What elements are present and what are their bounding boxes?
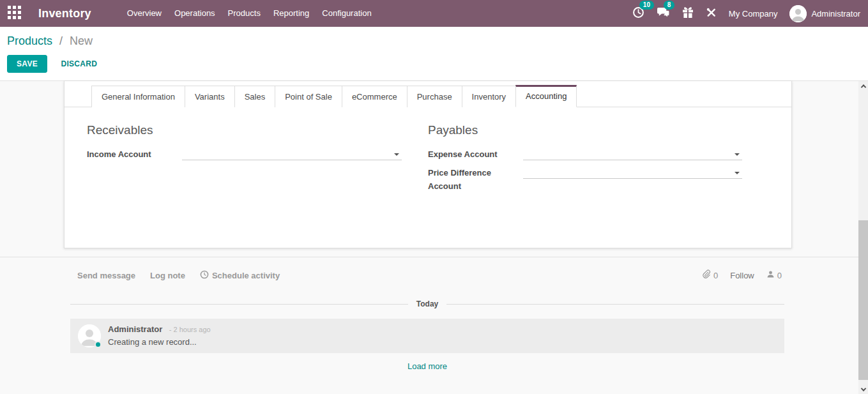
control-panel: Products / New SAVE DISCARD [0,27,868,81]
follower-count: 0 [777,271,782,280]
nav-menu-reporting[interactable]: Reporting [267,0,316,27]
price-difference-account-row: Price Difference Account [428,167,742,193]
crossed-tools-icon [706,7,717,20]
activities-count-badge: 10 [639,1,654,10]
nav-menu-operations[interactable]: Operations [168,0,222,27]
tab-general-information[interactable]: General Information [91,86,185,107]
tab-purchase[interactable]: Purchase [407,86,462,107]
nav-menu-overview[interactable]: Overview [121,0,168,27]
price-difference-account-label: Price Difference Account [428,167,523,193]
attachments-button[interactable]: 0 [701,269,718,281]
chatter: Send message Log note Schedule activity [0,257,858,371]
breadcrumb: Products / New [7,34,868,48]
vertical-scrollbar[interactable] [858,81,868,394]
scroll-down-button[interactable] [858,384,868,394]
chatter-topbar: Send message Log note Schedule activity [70,269,784,281]
person-icon [766,270,775,280]
accounting-tab-content: Receivables Income Account Payables Expe… [65,107,791,198]
scrollbar-thumb[interactable] [858,220,868,380]
message-author: Administrator [108,324,162,334]
company-switcher[interactable]: My Company [729,9,778,19]
nav-menu-products[interactable]: Products [222,0,267,27]
date-divider: Today [70,299,784,308]
app-title[interactable]: Inventory [38,7,91,20]
follow-button[interactable]: Follow [730,271,754,280]
receivables-section: Receivables Income Account [87,123,402,198]
attachment-count: 0 [713,271,718,280]
form-sheet: General Information Variants Sales Point… [64,81,792,248]
income-account-row: Income Account [87,148,402,162]
chevron-up-icon [860,84,865,89]
scroll-up-button[interactable] [858,81,868,91]
breadcrumb-current: New [70,34,93,47]
expense-account-field[interactable] [523,148,742,160]
message-timestamp: - 2 hours ago [169,326,211,333]
expense-account-label: Expense Account [428,148,523,162]
user-menu[interactable]: Administrator [789,5,860,22]
notebook-tabs: General Information Variants Sales Point… [65,81,791,107]
payables-section: Payables Expense Account Price Differenc… [428,123,742,198]
tab-inventory[interactable]: Inventory [462,86,516,107]
date-divider-label: Today [416,299,438,308]
divider-line [70,304,408,305]
followers-button[interactable]: 0 [766,270,782,280]
breadcrumb-products-link[interactable]: Products [7,34,52,47]
send-message-button[interactable]: Send message [77,271,135,280]
load-more-link[interactable]: Load more [70,361,784,371]
receivables-heading: Receivables [87,123,402,137]
income-account-field[interactable] [182,148,402,160]
chatter-divider [0,257,868,257]
income-account-label: Income Account [87,148,182,162]
payables-heading: Payables [428,123,742,137]
discard-button[interactable]: DISCARD [61,59,97,68]
tab-variants[interactable]: Variants [185,86,235,107]
dropdown-caret-icon[interactable] [394,153,399,156]
schedule-activity-label: Schedule activity [212,271,280,280]
messages-count-badge: 8 [664,1,675,10]
main-menu: Overview Operations Products Reporting C… [121,0,378,27]
activities-menu-button[interactable]: 10 [632,6,644,21]
tab-point-of-sale[interactable]: Point of Sale [275,86,342,107]
breadcrumb-separator: / [59,34,63,47]
save-button[interactable]: SAVE [7,55,47,73]
tab-ecommerce[interactable]: eCommerce [342,86,407,107]
dropdown-caret-icon[interactable] [735,153,740,156]
top-navbar: Inventory Overview Operations Products R… [0,0,868,27]
message-author-avatar [78,324,101,347]
message-body: Creating a new record... [108,337,211,347]
tools-button[interactable] [706,7,717,20]
chatter-message: Administrator - 2 hours ago Creating a n… [70,319,784,353]
apps-grid-icon [8,6,21,22]
gift-button[interactable] [682,6,694,21]
chevron-down-icon [860,386,865,391]
divider-line [446,304,784,305]
apps-menu-button[interactable] [0,0,28,27]
log-note-button[interactable]: Log note [150,271,185,280]
online-status-dot [95,341,102,348]
user-name: Administrator [811,9,860,19]
gift-icon [682,6,694,21]
clock-icon [200,270,209,281]
tab-sales[interactable]: Sales [234,86,276,107]
nav-menu-configuration[interactable]: Configuration [316,0,377,27]
tab-accounting[interactable]: Accounting [515,85,577,107]
messages-menu-button[interactable]: 8 [657,6,670,21]
form-view: General Information Variants Sales Point… [0,81,868,394]
user-avatar [789,5,807,22]
dropdown-caret-icon[interactable] [735,172,740,174]
price-difference-account-field[interactable] [523,167,742,179]
schedule-activity-button[interactable]: Schedule activity [200,270,280,281]
paperclip-icon [701,269,711,281]
expense-account-row: Expense Account [428,148,742,162]
